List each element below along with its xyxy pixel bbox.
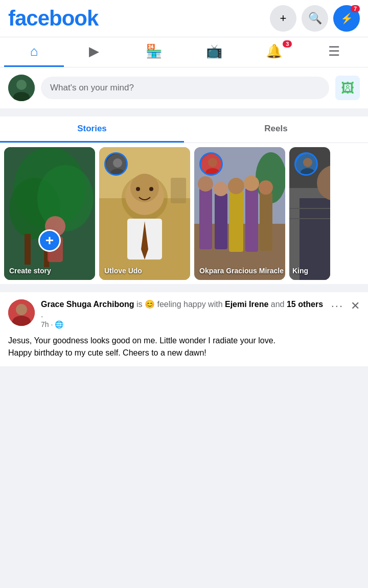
svg-rect-7 — [25, 234, 31, 265]
post-author-name[interactable]: Grace Shuga Archibong — [41, 300, 134, 309]
svg-point-40 — [208, 158, 217, 167]
post-close-button[interactable]: ✕ — [351, 299, 360, 313]
svg-point-21 — [149, 187, 153, 191]
story-utlove[interactable]: Utlove Udo — [99, 147, 190, 280]
post-time-text: 7h — [41, 320, 49, 328]
post-feeling-and: and — [271, 300, 287, 309]
post-text-line1: Jesus, Your goodness looks good on me. L… — [8, 336, 275, 345]
post-others[interactable]: 15 others — [287, 300, 323, 309]
notifications-icon: 🔔 — [266, 43, 282, 59]
post-more-options-button[interactable]: ··· — [331, 299, 343, 313]
video-icon: ▶ — [89, 43, 99, 59]
create-story-plus-icon: + — [38, 229, 61, 252]
svg-point-6 — [37, 165, 94, 231]
composer-user-avatar — [8, 75, 35, 101]
story-utlove-label: Utlove Udo — [104, 267, 142, 275]
nav-menu[interactable]: ☰ — [304, 37, 364, 67]
svg-point-23 — [113, 158, 122, 168]
navigation-bar: ⌂ ▶ 🏪 📺 🔔 3 ☰ — [0, 37, 368, 67]
post-text-line2: Happy birthday to my cute self. Cheers t… — [8, 348, 206, 357]
tab-reels[interactable]: Reels — [184, 116, 368, 143]
svg-point-38 — [259, 180, 273, 195]
messenger-icon: ⚡ — [340, 12, 353, 25]
separator-2 — [0, 288, 368, 292]
svg-rect-31 — [215, 193, 227, 249]
story-okpara-label: Okpara Gracious Miracle — [199, 267, 284, 275]
post-feeling-text: is 😊 feeling happy with — [136, 300, 225, 309]
svg-point-17 — [130, 174, 159, 202]
story-king-avatar — [294, 152, 318, 176]
story-okpara-avatar — [199, 152, 223, 176]
time-separator: · — [51, 320, 53, 328]
svg-rect-29 — [199, 188, 212, 249]
messenger-badge: 7 — [351, 5, 360, 12]
svg-rect-37 — [260, 192, 272, 251]
story-utlove-avatar — [104, 152, 128, 176]
tab-stories[interactable]: Stories — [0, 116, 184, 143]
svg-rect-33 — [229, 191, 243, 252]
post-tagged-user[interactable]: Ejemi Irene — [225, 300, 268, 309]
svg-rect-35 — [245, 188, 258, 252]
svg-point-32 — [214, 182, 228, 196]
feed-post: Grace Shuga Archibong is 😊 feeling happy… — [0, 292, 368, 366]
notifications-badge: 3 — [283, 40, 292, 48]
photo-icon: 🖼 — [341, 80, 354, 96]
story-king[interactable]: King — [289, 147, 330, 280]
post-author-avatar[interactable] — [8, 299, 35, 326]
svg-point-30 — [198, 176, 213, 192]
svg-point-20 — [136, 187, 140, 191]
nav-video[interactable]: ▶ — [64, 37, 124, 67]
separator-1 — [0, 112, 368, 116]
create-story-label: Create story — [9, 267, 51, 275]
menu-icon: ☰ — [328, 43, 340, 59]
watch-icon: 📺 — [206, 43, 222, 59]
facebook-logo: facebook — [8, 6, 98, 31]
nav-watch[interactable]: 📺 — [184, 37, 244, 67]
nav-marketplace[interactable]: 🏪 — [124, 37, 184, 67]
search-icon: 🔍 — [308, 12, 322, 25]
home-icon: ⌂ — [30, 43, 38, 59]
header-icons: + 🔍 ⚡ 7 — [270, 5, 360, 32]
post-time: 7h · 🌐 — [41, 320, 325, 328]
add-icon: + — [280, 12, 287, 25]
svg-point-36 — [244, 176, 259, 191]
stories-reels-tabs: Stories Reels — [0, 116, 368, 143]
nav-home[interactable]: ⌂ — [4, 37, 64, 67]
composer-input[interactable]: What's on your mind? — [41, 77, 329, 99]
svg-point-34 — [228, 178, 244, 194]
post-content: Jesus, Your goodness looks good on me. L… — [0, 333, 368, 366]
svg-point-52 — [16, 304, 27, 315]
post-meta: Grace Shuga Archibong is 😊 feeling happy… — [41, 299, 325, 328]
marketplace-icon: 🏪 — [146, 43, 162, 59]
nav-notifications[interactable]: 🔔 3 — [244, 37, 304, 67]
privacy-globe-icon: 🌐 — [55, 320, 63, 328]
search-button[interactable]: 🔍 — [302, 5, 328, 32]
photo-button[interactable]: 🖼 — [335, 76, 360, 100]
post-composer: What's on your mind? 🖼 — [0, 67, 368, 108]
post-header: Grace Shuga Archibong is 😊 feeling happy… — [0, 292, 368, 333]
messenger-button[interactable]: ⚡ 7 — [333, 5, 360, 32]
svg-rect-14 — [171, 178, 186, 203]
svg-point-1 — [16, 80, 27, 90]
app-header: facebook + 🔍 ⚡ 7 — [0, 0, 368, 37]
add-button[interactable]: + — [270, 5, 296, 32]
post-header-actions: ··· ✕ — [331, 299, 360, 313]
post-period: . — [41, 310, 43, 319]
stories-row: + Create story — [0, 143, 368, 284]
story-create[interactable]: + Create story — [4, 147, 95, 280]
svg-point-49 — [303, 158, 312, 167]
story-okpara[interactable]: Okpara Gracious Miracle — [194, 147, 285, 280]
story-king-label: King — [292, 267, 308, 275]
